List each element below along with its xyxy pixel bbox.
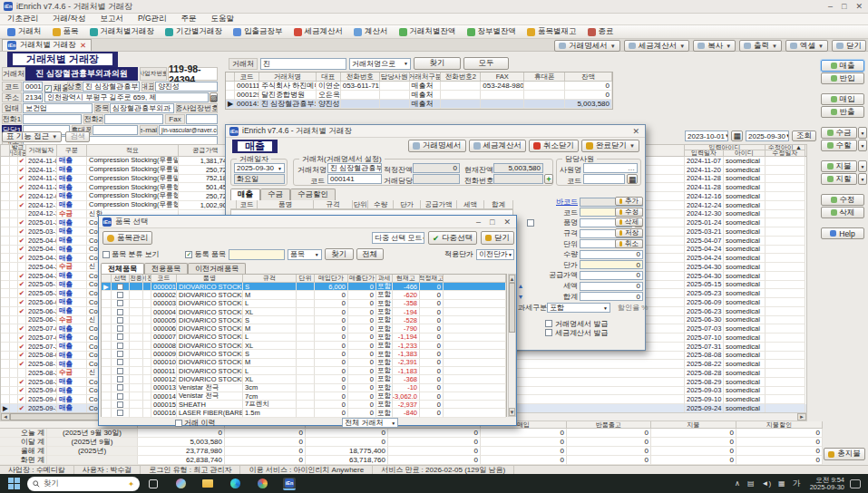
item-row[interactable]: 000012DIOVARICO STOCKING(XL00포함-3680 (102, 375, 506, 383)
item-row[interactable]: 000005DIOVARICO STOCKING(S00포함-5280 (102, 316, 506, 324)
item-close-icon[interactable]: ✕ (503, 218, 511, 227)
maximize-icon[interactable]: □ (842, 2, 846, 11)
side-button-수금-arrow[interactable]: ▼ (858, 127, 867, 139)
client-query-input[interactable]: 진 (260, 58, 346, 70)
trade-date-select[interactable]: 2025-09-30▼ (234, 163, 285, 173)
item-select-checkbox[interactable] (117, 325, 123, 332)
side-button-수할[interactable]: 수할 (821, 140, 857, 151)
edge-icon[interactable] (229, 478, 241, 490)
addr-input[interactable]: 인천광역시 부평구 길주로 659, 제 (44, 92, 209, 102)
dialog-button-거래명세서[interactable]: 거래명세서 (408, 140, 466, 152)
side-button-Help[interactable]: Help (821, 227, 864, 239)
item-select-checkbox[interactable] (117, 384, 123, 391)
side-button-반입[interactable]: 반입 (821, 72, 864, 84)
folder-icon[interactable]: ▨ (210, 92, 218, 102)
volume-icon[interactable]: ◄) (761, 479, 771, 488)
scroll-up-icon[interactable]: ▲ (509, 275, 515, 283)
bizitem-input[interactable]: 심장혈관흉부외과 (110, 103, 174, 113)
toolbar-book-balance[interactable]: 장부별잔액 (462, 26, 522, 38)
item-select-checkbox[interactable] (117, 359, 123, 365)
toolbar-stock[interactable]: 품목별재고 (522, 26, 582, 38)
item-select-checkbox[interactable] (117, 410, 123, 416)
item-select-checkbox[interactable] (117, 334, 123, 340)
dialog-button-세금계산서[interactable]: 세금계산서 (469, 140, 527, 152)
spin-up-icon[interactable]: ▲ (516, 283, 525, 289)
sale-tab-매출[interactable]: 매출 (230, 188, 260, 200)
item-row[interactable]: 000010DIOVARICO STOCKING(M00포함-2,3910 (102, 359, 506, 367)
issue-checkbox-세금계산서 발급[interactable]: 세금계산서 발급 (545, 328, 608, 337)
taskbar-search[interactable]: 찾기 ✦ (27, 477, 140, 491)
fax-input[interactable] (186, 114, 218, 124)
item-scroll-thumb[interactable] (509, 283, 515, 333)
task-view-icon[interactable] (147, 478, 160, 490)
item-row[interactable]: 000008DIOVARICO STOCKING(XL00포함-1,2330 (102, 342, 506, 350)
scroll-down-icon[interactable]: ▼ (509, 408, 515, 416)
find-button[interactable]: 찾기 (414, 57, 461, 70)
toolbar-client-balance[interactable]: 거래처별잔액 (394, 26, 462, 38)
item-select-checkbox[interactable] (117, 376, 123, 382)
item-select-checkbox[interactable] (117, 351, 123, 357)
side-button-수금[interactable]: 수금 (821, 127, 857, 139)
ienrich-taskbar-icon[interactable]: iEn (283, 478, 296, 490)
item-maximize-icon[interactable]: □ (490, 218, 494, 227)
menu-item-기초관리[interactable]: 기초관리 (0, 14, 45, 24)
ime-indicator[interactable]: 가 (793, 478, 801, 489)
item-row[interactable]: 000015SHEATH7프렌치00포함-2,9370 (102, 401, 506, 409)
item-close-button[interactable]: 닫기 (481, 231, 514, 245)
menu-item-P/G관리[interactable]: P/G관리 (131, 14, 174, 24)
notification-icon[interactable] (850, 479, 861, 488)
form-button-삭제[interactable]: 삭제 (615, 218, 643, 227)
menu-item-주문[interactable]: 주문 (174, 14, 204, 24)
item-row[interactable]: 000003DIOVARICO STOCKING(L00포함-3580 (102, 300, 506, 308)
clock[interactable]: 오전 9:54 2025-09-30 (810, 477, 844, 491)
item-row[interactable]: 000006DIOVARICO STOCKING(M00포함-7900 (102, 324, 506, 333)
item-tax-input[interactable]: 0 (580, 282, 643, 291)
toolbar-ledger[interactable]: 거래처별거래장 (84, 26, 161, 38)
date-from-select[interactable]: 2023-10-01▼ (685, 130, 728, 141)
item-total-input[interactable]: 0 (580, 292, 643, 301)
form-button-추가[interactable]: 추가 (615, 197, 643, 206)
item-select-checkbox[interactable] (117, 317, 123, 324)
item-row[interactable]: 000007DIOVARICO STOCKING(L00포함-1,1940 (102, 334, 506, 342)
action-엑셀[interactable]: 엑셀▼ (785, 40, 828, 52)
item-tab-전용품목[interactable]: 전용품목 (144, 263, 188, 274)
spin-down-icon[interactable]: ▼ (516, 294, 525, 300)
sale-dialog-close-icon[interactable]: ✕ (632, 127, 639, 136)
item-tab-전체품목[interactable]: 전체품목 (101, 263, 144, 274)
mobile-input[interactable] (93, 125, 138, 135)
action-거래명세서[interactable]: 거래명세서▼ (554, 40, 619, 52)
item-row[interactable]: ▶000001DIOVARICO STOCKING(S6,0000포함-4660 (102, 283, 506, 291)
item-row[interactable]: 000009DIOVARICO STOCKING(S00포함-1,3830 (102, 350, 506, 358)
item-row[interactable]: 000013Venistar 전극3cm00포함-100 (102, 384, 506, 392)
client-row[interactable]: ▶000141진 심장혈관흉부외과의양진성매출처5,003,580 (226, 100, 612, 109)
biztype-input[interactable]: 보건업 (23, 103, 93, 113)
copilot-icon[interactable] (174, 478, 187, 490)
tray-expand-icon[interactable]: ∧ (735, 479, 740, 488)
form-button-수정[interactable]: 수정 (615, 208, 643, 217)
registered-checkbox[interactable]: ✓등록 품목 (185, 249, 225, 259)
scroll-left-icon[interactable]: ◄ (1, 413, 10, 420)
toolbar-invoice[interactable]: 계산서 (348, 26, 394, 38)
search-scope-select[interactable]: 품목▼ (288, 249, 322, 260)
action-출력[interactable]: 출력▼ (739, 40, 782, 52)
client-code-input[interactable]: 000141 (327, 174, 382, 184)
email-input[interactable]: jin-vascular@naver.com (159, 125, 218, 135)
item-select-checkbox[interactable] (117, 368, 123, 374)
close-icon[interactable]: ✕ (855, 2, 863, 11)
side-button-지불-arrow[interactable]: ▼ (858, 160, 867, 172)
code-input[interactable]: 000141 (23, 82, 43, 92)
staff-code-input[interactable] (583, 174, 625, 184)
toolbar-exit[interactable]: 종료 (582, 26, 619, 38)
dialog-button-취소닫기[interactable]: 취소닫기 (529, 140, 579, 152)
side-button-매출[interactable]: 매출 (821, 60, 864, 72)
ceo-input[interactable]: 양진성 (155, 82, 218, 92)
side-button-지불[interactable]: 지불 (821, 160, 857, 172)
network-icon[interactable]: ▦ (778, 479, 785, 488)
item-select-checkbox[interactable] (117, 393, 123, 400)
item-qty-input[interactable]: 0 (580, 250, 643, 259)
menu-item-도움말[interactable]: 도움말 (204, 14, 242, 24)
side-button-반출[interactable]: 반출 (821, 106, 864, 118)
staff-name-input[interactable]: … (583, 163, 638, 173)
tab-client-ledger[interactable]: iEn 거래처별 거래장 ✕ (2, 39, 92, 51)
search-mode-select[interactable]: 거래처명으로▼ (349, 58, 411, 70)
